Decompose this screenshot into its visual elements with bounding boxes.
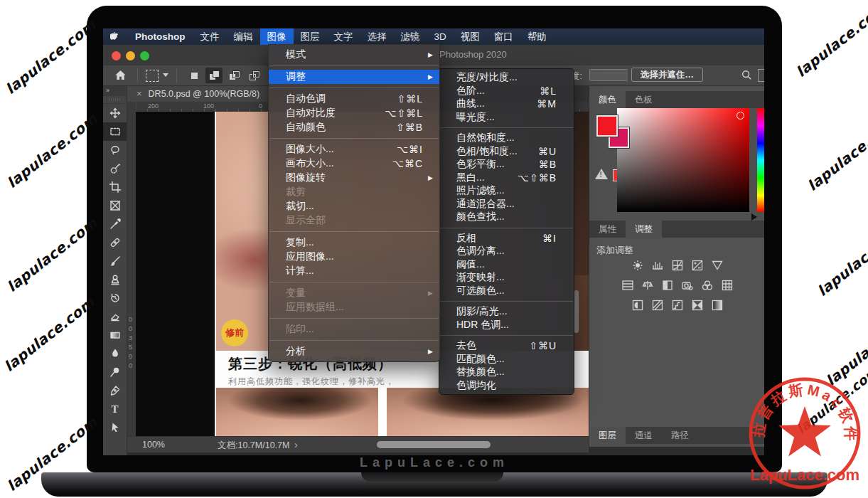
menu-item-apply-data-set[interactable]: 应用数据组... [269,300,439,314]
menu-item-reveal-all[interactable]: 显示全部 [269,213,439,228]
panel-resize-arrow-icon[interactable] [751,213,757,221]
lasso-tool[interactable] [103,141,127,159]
hue-strip[interactable] [757,108,764,212]
chevron-down-icon[interactable] [163,73,168,77]
feather-input[interactable] [589,69,628,81]
brush-tool[interactable] [103,252,127,270]
submenu-black-white[interactable]: 黑白... ⌥⇧⌘B [439,171,574,185]
menu-item-mode[interactable]: 模式 ▶ [269,48,439,62]
new-selection-button[interactable] [186,68,203,83]
submenu-hue-saturation[interactable]: 色相/饱和度... ⌘U [439,145,574,159]
home-icon[interactable] [114,69,127,84]
submenu-match-color[interactable]: 匹配颜色... [439,353,574,366]
clone-stamp-tool[interactable] [103,270,127,289]
menubar-3d[interactable]: 3D [427,28,454,45]
submenu-invert[interactable]: 反相 ⌘I [439,232,574,245]
crop-tool[interactable] [103,178,127,196]
select-and-mask-button[interactable]: 选择并遮住… [631,68,703,82]
intersect-selection-button[interactable] [245,68,262,83]
workspace-icon[interactable] [758,69,764,82]
submenu-channel-mixer[interactable]: 通道混合器... [439,198,574,211]
pen-tool[interactable] [103,381,127,400]
brightness-contrast-icon[interactable] [630,258,645,272]
drag-handle[interactable] [103,96,127,104]
zoom-level[interactable]: 100% [142,440,165,450]
tab-properties[interactable]: 属性 [589,221,626,238]
submenu-gradient-map[interactable]: 渐变映射... [439,271,574,285]
menubar-edit[interactable]: 编辑 [227,28,260,45]
menu-item-analysis[interactable]: 分析 ▶ [269,344,439,359]
submenu-color-balance[interactable]: 色彩平衡... ⌘B [439,158,574,171]
hue-saturation-icon[interactable] [620,278,636,292]
eyedropper-tool[interactable] [103,215,127,233]
gamut-warning-icon[interactable] [595,169,608,179]
menu-item-trim[interactable]: 裁切... [269,199,439,213]
submenu-replace-color[interactable]: 替换颜色... [439,366,574,379]
menu-item-calculations[interactable]: 计算... [269,264,439,278]
tab-channels[interactable]: 通道 [626,427,662,444]
menu-item-apply-image[interactable]: 应用图像... [269,250,439,264]
collapse-panel-chevron[interactable]: » [103,85,127,96]
close-tab-icon[interactable]: × [136,88,142,99]
menu-item-duplicate[interactable]: 复制... [269,235,439,250]
vertical-scrollbar[interactable] [574,290,579,333]
posterize-icon[interactable] [650,298,665,312]
photo-filter-icon[interactable] [680,278,695,292]
menu-item-auto-tone[interactable]: 自动色调 ⇧⌘L [269,92,439,106]
threshold-icon[interactable] [670,298,685,312]
minimize-window-button[interactable] [126,51,135,60]
menu-item-variables[interactable]: 变量 ▶ [269,286,439,300]
close-window-button[interactable] [112,51,121,60]
menubar-window[interactable]: 窗口 [487,28,520,45]
menubar-view[interactable]: 视图 [454,28,487,45]
menu-item-crop[interactable]: 裁剪 [269,185,439,199]
menubar-image[interactable]: 图像 [260,28,294,45]
menubar-type[interactable]: 文字 [327,28,360,45]
submenu-posterize[interactable]: 色调分离... [439,245,574,258]
submenu-selective-color[interactable]: 可选颜色... [439,285,574,298]
menubar-layer[interactable]: 图层 [294,28,327,45]
type-tool[interactable]: T [103,400,127,418]
menu-item-auto-color[interactable]: 自动颜色 ⇧⌘B [269,120,439,134]
menu-item-image-size[interactable]: 图像大小... ⌥⌘I [269,142,439,157]
status-chevron-icon[interactable]: › [294,439,298,450]
levels-icon[interactable] [650,258,665,272]
curves-icon[interactable] [670,258,685,272]
submenu-brightness-contrast[interactable]: 亮度/对比度... [439,71,574,85]
gradient-map-icon[interactable] [690,298,705,312]
eraser-tool[interactable] [103,307,127,326]
frame-tool[interactable] [103,196,127,215]
apple-icon[interactable] [103,28,127,45]
exposure-icon[interactable] [690,258,705,272]
channel-mixer-icon[interactable] [700,278,715,292]
search-icon[interactable] [741,69,752,83]
menubar-help[interactable]: 帮助 [520,28,554,45]
tab-adjustments[interactable]: 调整 [626,221,662,238]
gradient-tool[interactable] [103,326,127,344]
color-lookup-icon[interactable] [719,278,735,292]
submenu-hdr-toning[interactable]: HDR 色调... [439,319,574,332]
history-brush-tool[interactable] [103,289,127,307]
add-to-selection-button[interactable] [205,68,223,83]
tab-swatches[interactable]: 色板 [626,91,662,108]
saturation-brightness-field[interactable] [617,108,749,212]
tab-layers[interactable]: 图层 [589,427,626,444]
submenu-threshold[interactable]: 阈值... [439,258,574,272]
marquee-tool-preview-icon[interactable] [146,70,159,82]
menu-item-adjustments[interactable]: 调整 ▶ [269,70,439,84]
tab-color[interactable]: 颜色 [589,91,626,108]
color-balance-icon[interactable] [640,278,655,292]
menubar-select[interactable]: 选择 [360,28,394,45]
menu-item-auto-contrast[interactable]: 自动对比度 ⌥⇧⌘L [269,106,439,120]
invert-icon[interactable] [630,298,645,312]
subtract-from-selection-button[interactable] [225,68,242,83]
spot-healing-brush-tool[interactable] [103,233,127,252]
rectangular-marquee-tool[interactable] [103,122,127,141]
path-selection-tool[interactable] [103,418,127,437]
selective-color-icon[interactable] [709,298,725,312]
submenu-photo-filter[interactable]: 照片滤镜... [439,184,574,198]
submenu-curves[interactable]: 曲线... ⌘M [439,97,574,111]
menu-item-canvas-size[interactable]: 画布大小... ⌥⌘C [269,157,439,171]
submenu-levels[interactable]: 色阶... ⌘L [439,85,574,98]
submenu-vibrance[interactable]: 自然饱和度... [439,132,574,145]
